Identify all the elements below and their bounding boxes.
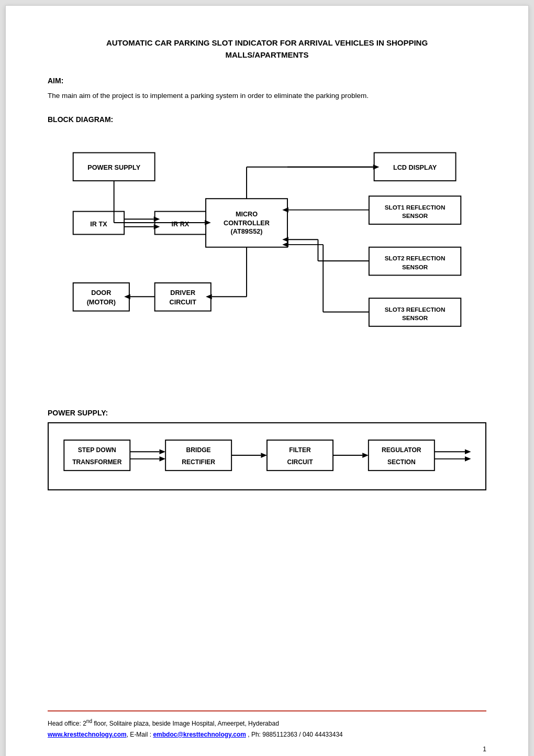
svg-marker-77 bbox=[465, 449, 471, 454]
footer-website[interactable]: www.kresttechnology.com bbox=[48, 731, 127, 738]
svg-rect-24 bbox=[155, 283, 211, 311]
svg-marker-67 bbox=[261, 453, 267, 458]
aim-text: The main aim of the project is to implem… bbox=[48, 90, 486, 102]
document-page: AUTOMATIC CAR PARKING SLOT INDICATOR FOR… bbox=[5, 5, 529, 756]
power-supply-diagram-svg: STEP DOWN TRANSFORMER BRIDGE RECTIFIER F… bbox=[48, 422, 486, 490]
svg-text:BRIDGE: BRIDGE bbox=[186, 446, 211, 454]
block-diagram-svg: POWER SUPPLY MICRO CONTROLLER (AT89S52) … bbox=[48, 134, 486, 391]
svg-text:DRIVER: DRIVER bbox=[170, 289, 195, 297]
footer-email[interactable]: embdoc@kresttechnology.com bbox=[153, 731, 246, 738]
page-title: AUTOMATIC CAR PARKING SLOT INDICATOR FOR… bbox=[48, 37, 486, 61]
svg-text:(MOTOR): (MOTOR) bbox=[87, 299, 116, 306]
svg-text:SLOT2 REFLECTION: SLOT2 REFLECTION bbox=[385, 255, 446, 261]
power-supply-section: POWER SUPPLY: STEP DOWN TRANSFORMER BRID… bbox=[48, 409, 486, 490]
svg-text:SLOT1 REFLECTION: SLOT1 REFLECTION bbox=[385, 204, 446, 211]
svg-text:DOOR: DOOR bbox=[91, 289, 111, 297]
svg-text:CONTROLLER: CONTROLLER bbox=[224, 220, 270, 227]
svg-rect-68 bbox=[267, 440, 333, 470]
footer-email-prefix: , E-Mail : bbox=[127, 731, 153, 738]
svg-text:MICRO: MICRO bbox=[236, 211, 258, 218]
svg-text:RECTIFIER: RECTIFIER bbox=[182, 458, 215, 465]
svg-rect-56 bbox=[64, 440, 130, 470]
svg-marker-62 bbox=[160, 456, 166, 462]
svg-text:SENSOR: SENSOR bbox=[402, 314, 428, 321]
svg-text:SLOT3 REFLECTION: SLOT3 REFLECTION bbox=[385, 305, 446, 312]
footer-line1: Head office: 2nd floor, Solitaire plaza,… bbox=[48, 720, 279, 727]
block-diagram-heading: BLOCK DIAGRAM: bbox=[48, 115, 486, 124]
svg-text:LCD DISPLAY: LCD DISPLAY bbox=[393, 164, 437, 171]
svg-marker-79 bbox=[465, 456, 471, 462]
svg-text:POWER SUPPLY: POWER SUPPLY bbox=[87, 164, 140, 171]
footer-phone: , Ph: 9885112363 / 040 44433434 bbox=[246, 731, 343, 738]
svg-rect-73 bbox=[369, 440, 435, 470]
svg-text:CIRCUIT: CIRCUIT bbox=[287, 458, 313, 465]
svg-text:SENSOR: SENSOR bbox=[402, 212, 428, 219]
power-supply-heading: POWER SUPPLY: bbox=[48, 409, 486, 417]
svg-text:IR RX: IR RX bbox=[171, 221, 189, 228]
svg-text:(AT89S52): (AT89S52) bbox=[231, 228, 263, 235]
svg-rect-63 bbox=[165, 440, 231, 470]
page-number: 1 bbox=[483, 746, 486, 753]
footer: Head office: 2nd floor, Solitaire plaza,… bbox=[48, 710, 486, 740]
svg-text:FILTER: FILTER bbox=[289, 446, 311, 454]
svg-text:CIRCUIT: CIRCUIT bbox=[170, 299, 197, 306]
svg-text:SECTION: SECTION bbox=[387, 458, 416, 465]
footer-text: Head office: 2nd floor, Solitaire plaza,… bbox=[48, 717, 486, 740]
svg-text:IR TX: IR TX bbox=[90, 221, 107, 228]
svg-rect-21 bbox=[73, 283, 129, 311]
svg-text:TRANSFORMER: TRANSFORMER bbox=[72, 458, 121, 465]
block-diagram-section: BLOCK DIAGRAM: POWER SUPPLY MICRO CONTRO… bbox=[48, 115, 486, 393]
svg-marker-72 bbox=[362, 453, 369, 458]
svg-text:SENSOR: SENSOR bbox=[402, 264, 428, 270]
svg-text:REGULATOR: REGULATOR bbox=[382, 446, 421, 454]
aim-heading: AIM: bbox=[48, 76, 486, 85]
svg-text:STEP DOWN: STEP DOWN bbox=[78, 446, 116, 454]
svg-marker-60 bbox=[160, 449, 166, 454]
